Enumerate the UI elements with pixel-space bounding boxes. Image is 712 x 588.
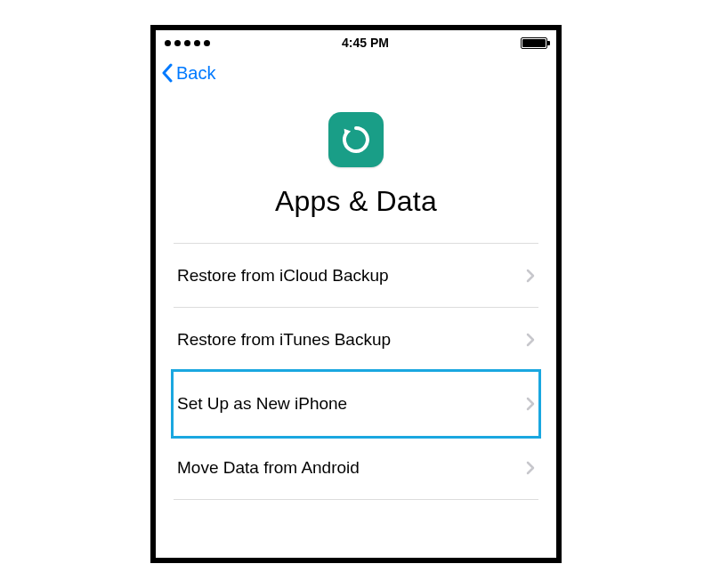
option-label: Move Data from Android [177,458,360,478]
option-restore-icloud[interactable]: Restore from iCloud Backup [174,244,538,308]
option-label: Restore from iCloud Backup [177,266,389,286]
status-time: 4:45 PM [342,36,389,50]
page-title: Apps & Data [156,185,556,218]
back-label: Back [176,63,215,84]
chevron-right-icon [526,333,535,347]
option-setup-new[interactable]: Set Up as New iPhone [174,372,538,436]
status-bar: 4:45 PM [156,30,556,55]
back-button[interactable]: Back [161,63,215,84]
option-label: Restore from iTunes Backup [177,330,391,350]
option-highlight: Set Up as New iPhone [171,369,541,439]
option-move-android[interactable]: Move Data from Android [174,436,538,500]
chevron-left-icon [161,63,174,83]
chevron-right-icon [526,397,535,411]
chevron-right-icon [526,269,535,283]
header-area: Apps & Data [156,91,556,243]
chevron-right-icon [526,461,535,475]
signal-strength-icon [165,40,210,46]
phone-screen: 4:45 PM Back Apps & Data Restore [150,25,562,563]
option-label: Set Up as New iPhone [177,394,347,414]
restore-icon [328,112,384,167]
options-list: Restore from iCloud Backup Restore from … [174,243,538,500]
nav-bar: Back [156,55,556,91]
battery-icon [521,37,547,49]
option-restore-itunes[interactable]: Restore from iTunes Backup [174,308,538,372]
